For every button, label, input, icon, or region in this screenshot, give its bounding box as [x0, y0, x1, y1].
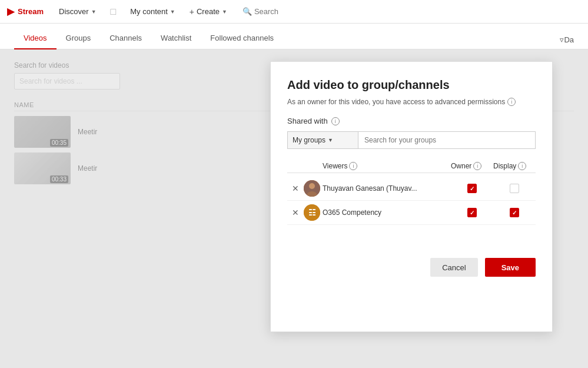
- main-content: Search for videos Search for videos ... …: [0, 49, 588, 368]
- chevron-down-icon: ▼: [170, 9, 175, 15]
- search-input[interactable]: [254, 7, 372, 16]
- sub-nav: Videos Groups Channels Watchlist Followe…: [0, 24, 588, 49]
- tab-videos[interactable]: Videos: [14, 28, 57, 49]
- filter-icon: ▿: [560, 35, 564, 44]
- viewers-info-icon[interactable]: i: [349, 162, 357, 170]
- info-icon[interactable]: i: [507, 98, 516, 106]
- nav-mycontent-label: My content: [130, 7, 168, 16]
- nav-discover-label: Discover: [59, 7, 89, 16]
- nav-discover[interactable]: Discover ▼: [53, 5, 102, 18]
- avatar: ☷: [304, 204, 323, 221]
- avatar: [304, 180, 323, 197]
- groups-select[interactable]: My groups ▼: [287, 131, 358, 149]
- shared-with-row: Shared with i: [287, 117, 536, 125]
- chevron-down-icon: ▼: [222, 9, 227, 15]
- save-button[interactable]: Save: [485, 258, 536, 277]
- tab-watchlist[interactable]: Watchlist: [151, 28, 201, 49]
- col-display-header: Display i: [493, 162, 536, 170]
- sub-nav-right: ▿ Da: [560, 35, 574, 49]
- shared-with-controls: My groups ▼: [287, 131, 536, 149]
- nav-create[interactable]: + Create ▼: [184, 5, 233, 19]
- tab-followed-channels[interactable]: Followed channels: [201, 28, 283, 49]
- modal-dialog: Add video to group/channels As an owner …: [270, 61, 553, 332]
- nav-mycontent[interactable]: My content ▼: [124, 5, 181, 18]
- nav-icon-separator: □: [105, 4, 122, 19]
- groups-search-input[interactable]: [358, 131, 536, 149]
- table-row: ✕ ☷ O365 Competency: [287, 201, 536, 225]
- col-viewers-header: Viewers i: [323, 162, 451, 170]
- display-checkbox-row2[interactable]: [493, 208, 536, 217]
- groups-select-value: My groups: [293, 136, 325, 144]
- owner-info-icon[interactable]: i: [473, 162, 481, 170]
- display-checkbox-row1[interactable]: [493, 184, 536, 193]
- tab-channels[interactable]: Channels: [100, 28, 151, 49]
- checkbox-unchecked[interactable]: [510, 184, 519, 193]
- top-bar: ▶ Stream Discover ▼ □ My content ▼ + Cre…: [0, 0, 588, 24]
- nav-create-label: Create: [197, 7, 220, 16]
- col-owner-header: Owner i: [451, 162, 493, 170]
- checkbox-checked[interactable]: [467, 208, 477, 217]
- shared-with-label: Shared with: [287, 117, 328, 125]
- viewer-name: O365 Competency: [323, 208, 451, 217]
- close-icon[interactable]: ✕: [287, 208, 304, 217]
- viewers-table: Viewers i Owner i Display i: [287, 160, 536, 225]
- checkbox-checked[interactable]: [510, 208, 519, 217]
- app-logo-text: Stream: [18, 7, 44, 16]
- chevron-down-icon: ▼: [328, 137, 333, 143]
- chevron-down-icon: ▼: [91, 9, 97, 15]
- modal-overlay: Add video to group/channels As an owner …: [0, 49, 588, 368]
- tab-groups[interactable]: Groups: [57, 28, 101, 49]
- modal-footer: Cancel Save: [287, 248, 536, 277]
- search-box[interactable]: 🔍: [242, 7, 581, 16]
- svg-text:☷: ☷: [308, 208, 316, 217]
- group-avatar: ☷: [304, 204, 320, 221]
- modal-title: Add video to group/channels: [287, 78, 536, 92]
- top-nav: Discover ▼ □ My content ▼ + Create ▼: [53, 4, 233, 19]
- checkbox-checked[interactable]: [467, 184, 477, 193]
- plus-icon: +: [190, 7, 194, 16]
- remove-btn[interactable]: ✕: [287, 208, 304, 217]
- shared-with-info-icon[interactable]: i: [331, 117, 340, 125]
- display-info-icon[interactable]: i: [518, 162, 526, 170]
- viewer-name: Thuyavan Ganesan (Thuyav...: [323, 184, 451, 193]
- modal-subtitle: As an owner for this video, you have acc…: [287, 98, 536, 106]
- search-icon: 🔍: [242, 7, 252, 16]
- close-icon[interactable]: ✕: [287, 184, 304, 193]
- owner-checkbox-row1[interactable]: [451, 184, 493, 193]
- owner-checkbox-row2[interactable]: [451, 208, 493, 217]
- person-avatar: [304, 180, 320, 197]
- remove-btn[interactable]: ✕: [287, 184, 304, 193]
- table-header-row: Viewers i Owner i Display i: [287, 160, 536, 173]
- app-logo: ▶ Stream: [7, 6, 44, 17]
- table-row: ✕ Thuyavan Ganesan (Thuyav...: [287, 177, 536, 201]
- svg-point-1: [309, 183, 315, 189]
- cancel-button[interactable]: Cancel: [430, 258, 477, 277]
